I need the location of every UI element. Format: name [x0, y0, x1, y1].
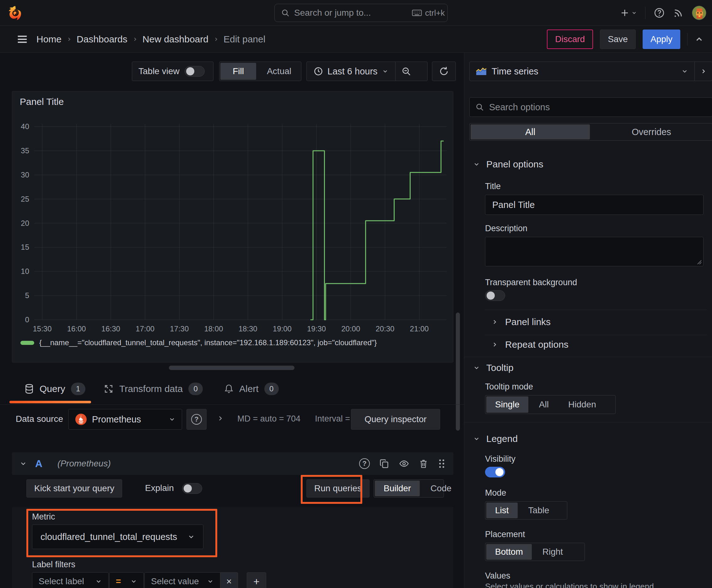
builder-option[interactable]: Builder [375, 481, 420, 496]
divider [485, 310, 707, 310]
chevron-down-icon [473, 435, 480, 442]
legend-section-header[interactable]: Legend [473, 434, 518, 444]
tooltip-section-header[interactable]: Tooltip [473, 362, 514, 373]
search-icon [281, 8, 290, 17]
fill-option[interactable]: Fill [220, 63, 256, 80]
kick-start-query-button[interactable]: Kick start your query [26, 479, 122, 498]
keyboard-icon [412, 9, 422, 17]
breadcrumb-separator-icon [214, 37, 218, 42]
tooltip-hidden-option[interactable]: Hidden [559, 396, 605, 413]
resize-grip-icon [696, 259, 702, 265]
transform-count-badge: 0 [188, 383, 203, 395]
panel-title-input[interactable] [485, 195, 704, 215]
code-option[interactable]: Code [422, 481, 460, 496]
delete-query-icon[interactable] [419, 459, 428, 469]
explain-toggle[interactable] [182, 483, 202, 494]
duplicate-query-icon[interactable] [379, 459, 389, 469]
legend-visibility-toggle[interactable] [485, 467, 505, 478]
table-view-toggle[interactable] [185, 66, 205, 77]
grafana-edit-panel-page: ctrl+k [0, 0, 712, 588]
section-divider [464, 357, 712, 357]
active-tab-underline [9, 401, 91, 403]
save-button[interactable]: Save [600, 29, 636, 49]
refresh-button[interactable] [432, 62, 456, 81]
topbar-divider [645, 6, 645, 19]
legend-label: {__name__="cloudflared_tunnel_total_requ… [39, 338, 377, 347]
search-input[interactable] [294, 8, 408, 18]
actual-option[interactable]: Actual [258, 63, 300, 80]
collapse-query-icon[interactable] [19, 460, 27, 467]
grafana-logo-icon[interactable] [7, 5, 23, 20]
discard-button[interactable]: Discard [547, 29, 593, 49]
legend-right-option[interactable]: Right [534, 544, 572, 560]
legend-item[interactable]: {__name__="cloudflared_tunnel_total_requ… [20, 338, 377, 347]
time-range-control: Last 6 hours [306, 62, 428, 81]
svg-text:10: 10 [21, 267, 29, 275]
datasource-help-button[interactable]: ? [187, 409, 207, 430]
datasource-picker[interactable]: Prometheus [68, 409, 182, 430]
legend-table-option[interactable]: Table [520, 503, 558, 518]
options-search-input[interactable] [489, 102, 706, 112]
breadcrumb-item[interactable]: Dashboards [77, 34, 127, 45]
zoom-out-button[interactable] [395, 62, 417, 81]
chevron-down-icon [631, 10, 637, 16]
svg-text:20: 20 [21, 219, 29, 227]
top-right-controls [620, 0, 706, 26]
visualization-suggestions-button[interactable] [694, 62, 712, 81]
query-help-icon[interactable]: ? [359, 458, 370, 469]
global-search[interactable]: ctrl+k [274, 4, 448, 22]
visualization-picker[interactable]: Time series [470, 62, 694, 81]
tab-all-options[interactable]: All [471, 124, 590, 140]
news-rss-icon[interactable] [673, 7, 684, 18]
chevron-right-icon [491, 341, 498, 348]
collapse-header-icon[interactable] [694, 35, 704, 44]
chevron-down-icon [95, 578, 102, 585]
query-inspector-button[interactable]: Query inspector [351, 409, 440, 430]
select-value-dropdown[interactable]: Select value [145, 572, 220, 588]
tab-alert[interactable]: Alert 0 [224, 383, 279, 395]
metric-select[interactable]: cloudflared_tunnel_total_requests [32, 525, 203, 549]
add-filter-button[interactable]: + [247, 572, 266, 588]
tab-overrides[interactable]: Overrides [592, 124, 711, 140]
prometheus-icon [75, 413, 87, 425]
drag-handle-icon[interactable] [438, 459, 446, 469]
tab-transform-data[interactable]: Transform data 0 [104, 383, 203, 395]
panel-options-header[interactable]: Panel options [473, 159, 543, 170]
svg-text:15:30: 15:30 [33, 324, 51, 333]
apply-button[interactable]: Apply [643, 29, 680, 49]
tab-query[interactable]: Query 1 [24, 383, 85, 395]
menu-toggle-icon[interactable] [16, 33, 28, 45]
help-icon[interactable] [654, 7, 665, 19]
tooltip-all-option[interactable]: All [530, 396, 558, 413]
hide-query-icon[interactable] [399, 459, 409, 469]
legend-bottom-option[interactable]: Bottom [486, 544, 532, 560]
repeat-options-section[interactable]: Repeat options [491, 339, 568, 350]
description-textarea[interactable] [485, 237, 704, 266]
breadcrumb-item[interactable]: Home [37, 34, 62, 45]
svg-text:19:30: 19:30 [307, 324, 326, 333]
user-avatar[interactable] [692, 6, 706, 20]
new-menu-button[interactable] [620, 8, 637, 18]
legend-list-option[interactable]: List [486, 503, 518, 518]
panel-links-section[interactable]: Panel links [491, 317, 551, 327]
operator-dropdown[interactable]: = [109, 572, 144, 588]
run-queries-button[interactable]: Run queries [306, 479, 369, 498]
visualization-picker-row: Time series [469, 62, 712, 81]
options-search[interactable] [469, 97, 712, 117]
transparent-background-toggle[interactable] [485, 290, 505, 301]
time-series-chart[interactable]: 051015202530354015:3016:0016:3017:0017:3… [12, 114, 454, 334]
breadcrumb-item[interactable]: New dashboard [143, 34, 209, 45]
chevron-down-icon [169, 416, 175, 423]
explain-label: Explain [145, 483, 174, 493]
top-bar: ctrl+k [0, 0, 712, 26]
pane-resize-handle[interactable] [169, 365, 295, 370]
select-label-dropdown[interactable]: Select label [32, 572, 109, 588]
remove-filter-button[interactable]: × [220, 572, 238, 588]
tooltip-single-option[interactable]: Single [486, 396, 528, 413]
legend-values-label: Values [485, 571, 511, 581]
options-expand-icon[interactable] [217, 415, 224, 422]
transform-icon [104, 384, 114, 394]
svg-text:30: 30 [21, 171, 29, 179]
time-range-picker[interactable]: Last 6 hours [307, 62, 395, 81]
table-view-control: Table view [132, 62, 214, 81]
